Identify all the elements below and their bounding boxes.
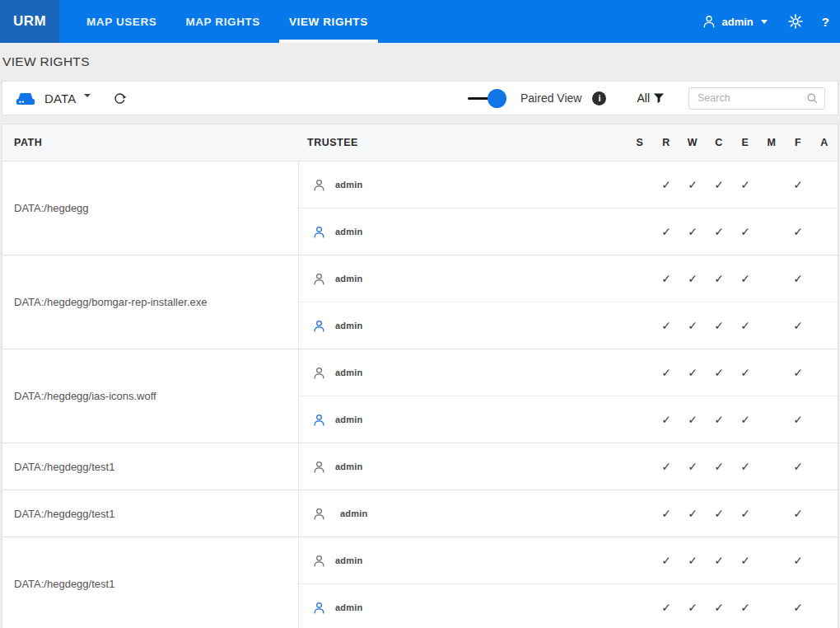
trustee-cell: admin xyxy=(299,460,627,474)
trustee-name: admin xyxy=(335,227,362,237)
column-header-w: W xyxy=(679,137,706,148)
perm-cell-w: ✓ xyxy=(679,460,706,473)
table-row-group: DATA:/hegdegg/test1admin✓✓✓✓✓ xyxy=(2,490,838,537)
person-icon xyxy=(312,272,326,286)
trustee-row: admin✓✓✓✓✓ xyxy=(299,537,838,583)
perm-cell-c: ✓ xyxy=(706,178,732,191)
column-header-trustee: TRUSTEE xyxy=(299,137,627,148)
perm-cell-e: ✓ xyxy=(732,460,758,473)
person-icon xyxy=(312,507,326,521)
perm-cell-w: ✓ xyxy=(679,272,706,285)
path-cell: DATA:/hegdegg/test1 xyxy=(2,443,299,490)
refresh-button[interactable] xyxy=(113,91,127,105)
toggle-thumb[interactable] xyxy=(488,89,506,108)
perm-cell-e: ✓ xyxy=(732,319,758,332)
gear-icon[interactable] xyxy=(787,13,804,30)
person-icon xyxy=(312,225,326,239)
trustee-name: admin xyxy=(335,321,362,330)
column-header-s: S xyxy=(627,137,653,148)
help-button[interactable]: ? xyxy=(822,15,829,29)
perm-cell-e: ✓ xyxy=(732,272,758,285)
perm-cell-e: ✓ xyxy=(732,178,758,191)
perm-cell-c: ✓ xyxy=(706,225,732,238)
perm-cell-f: ✓ xyxy=(785,225,811,238)
perm-cell-c: ✓ xyxy=(706,554,732,567)
perm-cell-r: ✓ xyxy=(653,460,679,473)
tab-map-users[interactable]: MAP USERS xyxy=(77,0,166,43)
person-icon xyxy=(312,460,326,474)
perm-cell-e: ✓ xyxy=(732,366,758,379)
info-icon[interactable]: i xyxy=(592,91,606,105)
tab-view-rights[interactable]: VIEW RIGHTS xyxy=(279,0,378,43)
path-cell: DATA:/hegdegg/bomgar-rep-installer.exe xyxy=(2,255,299,349)
person-icon xyxy=(312,413,326,427)
navbar-right: admin ? xyxy=(702,0,840,43)
trustee-cell: admin xyxy=(299,178,627,192)
path-cell: DATA:/hegdegg/test1 xyxy=(2,490,299,537)
trustee-row: admin✓✓✓✓✓ xyxy=(299,490,838,537)
volume-drive-icon xyxy=(15,91,36,106)
dataset-selector[interactable]: DATA xyxy=(44,91,91,105)
trustee-name: admin xyxy=(335,415,362,424)
perm-cell-e: ✓ xyxy=(732,554,758,567)
perm-cell-f: ✓ xyxy=(785,554,811,567)
column-header-f: F xyxy=(785,137,811,148)
perm-cell-w: ✓ xyxy=(679,178,706,191)
trustee-name: admin xyxy=(335,555,362,565)
perm-cell-r: ✓ xyxy=(653,178,679,191)
trustee-row: admin✓✓✓✓✓ xyxy=(299,583,838,628)
perm-cell-w: ✓ xyxy=(679,601,706,614)
table-row-group: DATA:/hegdegg/bomgar-rep-installer.exead… xyxy=(2,255,838,349)
perm-cell-w: ✓ xyxy=(679,366,706,379)
perm-cell-r: ✓ xyxy=(653,554,679,567)
trustee-name: admin xyxy=(335,274,362,284)
perm-cell-c: ✓ xyxy=(706,272,732,285)
perm-cell-c: ✓ xyxy=(706,366,732,379)
top-navbar: URM MAP USERSMAP RIGHTSVIEW RIGHTS admin… xyxy=(0,0,840,43)
perm-cell-e: ✓ xyxy=(732,507,758,520)
paired-view-toggle[interactable] xyxy=(468,88,506,109)
tab-map-rights[interactable]: MAP RIGHTS xyxy=(175,0,270,43)
perm-cell-f: ✓ xyxy=(785,413,811,426)
perm-cell-f: ✓ xyxy=(785,178,811,191)
user-menu[interactable]: admin xyxy=(722,16,754,28)
chevron-down-icon xyxy=(84,94,91,97)
person-icon xyxy=(312,178,326,192)
perm-cell-r: ✓ xyxy=(653,413,679,426)
perm-cell-f: ✓ xyxy=(785,272,811,285)
trustee-row: admin✓✓✓✓✓ xyxy=(299,255,838,302)
perm-cell-w: ✓ xyxy=(679,319,706,332)
search-icon xyxy=(806,92,819,105)
person-icon xyxy=(312,601,326,615)
app-logo[interactable]: URM xyxy=(0,0,59,43)
trustee-name: admin xyxy=(340,508,367,518)
perm-cell-f: ✓ xyxy=(785,601,811,614)
perm-cell-f: ✓ xyxy=(785,319,811,332)
filter-icon[interactable] xyxy=(652,91,665,105)
perm-cell-c: ✓ xyxy=(706,601,732,614)
perm-cell-f: ✓ xyxy=(785,366,811,379)
perm-cell-c: ✓ xyxy=(706,460,732,473)
trustee-name: admin xyxy=(335,602,362,612)
perm-cell-c: ✓ xyxy=(706,319,732,332)
search-input[interactable] xyxy=(688,87,825,110)
person-icon xyxy=(312,366,326,380)
perm-cell-c: ✓ xyxy=(706,413,732,426)
person-icon xyxy=(312,319,326,333)
column-header-path: PATH xyxy=(2,137,299,148)
perm-cell-e: ✓ xyxy=(732,413,758,426)
trustee-name: admin xyxy=(335,368,362,377)
chevron-down-icon[interactable] xyxy=(761,20,768,24)
trustee-cell: admin xyxy=(299,601,627,615)
path-cell: DATA:/hegdegg/ias-icons.woff xyxy=(2,349,299,443)
trustee-cell: admin xyxy=(299,507,627,521)
trustee-row: admin✓✓✓✓✓ xyxy=(299,396,838,443)
trustee-name: admin xyxy=(335,462,362,471)
perm-cell-r: ✓ xyxy=(653,366,679,379)
nav-tabs: MAP USERSMAP RIGHTSVIEW RIGHTS xyxy=(77,0,387,43)
trustee-cell: admin xyxy=(299,554,627,568)
column-header-a: A xyxy=(811,137,838,148)
rights-table: PATH TRUSTEE SRWCEMFA DATA:/hegdeggadmin… xyxy=(2,124,838,628)
trustee-rows: admin✓✓✓✓✓admin✓✓✓✓✓ xyxy=(299,255,838,349)
column-header-e: E xyxy=(732,137,758,148)
